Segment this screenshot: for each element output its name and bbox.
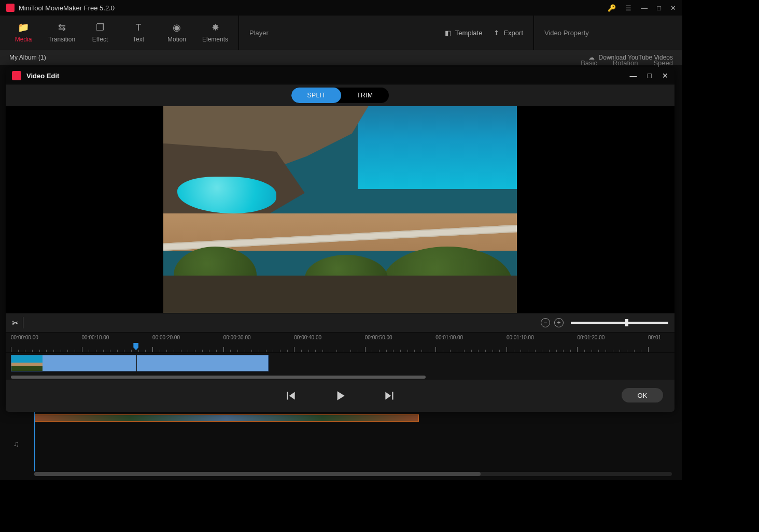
playhead[interactable] <box>133 343 138 350</box>
split-mode-button[interactable]: SPLIT <box>291 88 341 103</box>
clip-split-line <box>136 355 137 371</box>
template-button[interactable]: ◧ Template <box>445 29 483 37</box>
scissors-icon[interactable]: ✂ <box>12 318 19 328</box>
window-controls: 🔑 ☰ — □ ✕ <box>608 4 676 12</box>
mode-toggle: SPLIT TRIM <box>291 88 388 103</box>
main-window: MiniTool MovieMaker Free 5.2.0 🔑 ☰ — □ ✕… <box>0 0 682 480</box>
app-logo-icon <box>6 4 15 12</box>
ruler-label: 00:01:10.00 <box>507 335 534 340</box>
tab-effect[interactable]: ❐ Effect <box>81 16 119 50</box>
zoom-out-button[interactable]: − <box>541 318 550 327</box>
step-back-button[interactable] <box>284 389 297 402</box>
preview-frame <box>163 106 517 313</box>
tab-elements[interactable]: ✸ Elements <box>196 16 234 50</box>
dialog-maximize-button[interactable]: □ <box>648 71 652 80</box>
timeline-scrollbar[interactable] <box>6 375 674 380</box>
main-timeline-playhead[interactable] <box>34 412 35 471</box>
tab-motion[interactable]: ◉ Motion <box>158 16 196 50</box>
timeline-track[interactable] <box>6 353 674 375</box>
dialog-logo-icon <box>12 71 21 80</box>
export-icon: ↥ <box>494 29 499 37</box>
template-label: Template <box>455 29 483 37</box>
ruler-label: 00:00:20.00 <box>152 335 180 340</box>
main-timeline-clip[interactable] <box>34 414 419 422</box>
ok-button[interactable]: OK <box>622 388 663 402</box>
mode-row: SPLIT TRIM <box>6 84 674 106</box>
ruler-label: 00:00:30.00 <box>223 335 251 340</box>
album-bar: My Album (1) ☁ Download YouTube Videos <box>0 50 682 65</box>
tab-text[interactable]: T Text <box>119 16 158 50</box>
music-track-icon: ♫ <box>13 439 19 448</box>
ruler-label: 00:01 <box>648 335 661 340</box>
key-icon[interactable]: 🔑 <box>608 4 616 12</box>
ruler-label: 00:00:00.00 <box>11 335 38 340</box>
step-forward-button[interactable] <box>383 389 397 402</box>
dialog-title-bar: Video Edit — □ ✕ <box>6 67 674 84</box>
property-label: Video Property <box>544 29 589 37</box>
template-icon: ◧ <box>445 29 451 37</box>
player-panel: Player ◧ Template ↥ Export <box>238 16 534 50</box>
folder-icon: 📁 <box>18 22 29 33</box>
main-title-bar: MiniTool MovieMaker Free 5.2.0 🔑 ☰ — □ ✕ <box>0 0 682 16</box>
property-tabs: Basic Rotation Speed <box>581 59 673 67</box>
timeline-ruler[interactable]: 00:00:00.0000:00:10.0000:00:20.0000:00:3… <box>6 333 674 353</box>
dialog-window-controls: — □ ✕ <box>630 71 668 80</box>
tab-transition[interactable]: ⇆ Transition <box>43 16 81 50</box>
prop-tab-speed[interactable]: Speed <box>653 59 673 67</box>
video-preview <box>6 106 674 313</box>
ruler-label: 00:01:20.00 <box>577 335 605 340</box>
player-label: Player <box>249 29 433 37</box>
app-title: MiniTool MovieMaker Free 5.2.0 <box>19 4 608 12</box>
close-button[interactable]: ✕ <box>670 4 676 12</box>
property-panel-header: Video Property <box>534 16 682 50</box>
sparkle-icon: ✸ <box>212 22 219 33</box>
dialog-close-button[interactable]: ✕ <box>662 71 668 80</box>
edit-toolbar: ✂ − + <box>6 313 674 333</box>
ruler-label: 00:01:00.00 <box>435 335 463 340</box>
timeline-scrollbar-thumb[interactable] <box>11 376 426 379</box>
trim-mode-button[interactable]: TRIM <box>341 88 388 103</box>
layers-icon: ❐ <box>96 22 104 33</box>
zoom-slider-thumb[interactable] <box>625 319 628 326</box>
tab-media-label: Media <box>15 36 32 43</box>
split-marker-icon <box>23 317 23 328</box>
ruler-label: 00:00:10.00 <box>82 335 109 340</box>
main-toolbar: 📁 Media ⇆ Transition ❐ Effect T Text ◉ M… <box>0 16 682 50</box>
video-edit-dialog: Video Edit — □ ✕ SPLIT TRIM <box>6 67 674 412</box>
dialog-minimize-button[interactable]: — <box>630 71 637 80</box>
export-label: Export <box>503 29 523 37</box>
play-button[interactable] <box>333 389 347 402</box>
prop-tab-basic[interactable]: Basic <box>581 59 597 67</box>
tab-transition-label: Transition <box>48 36 75 43</box>
tab-text-label: Text <box>133 36 144 43</box>
album-label: My Album (1) <box>9 54 46 61</box>
zoom-in-button[interactable]: + <box>554 318 564 327</box>
export-button[interactable]: ↥ Export <box>494 29 523 37</box>
dialog-title: Video Edit <box>26 72 630 80</box>
tab-media[interactable]: 📁 Media <box>4 16 43 50</box>
menu-icon[interactable]: ☰ <box>625 4 631 12</box>
tool-tabs: 📁 Media ⇆ Transition ❐ Effect T Text ◉ M… <box>0 16 238 50</box>
tab-elements-label: Elements <box>202 36 228 43</box>
main-timeline-scrollbar[interactable] <box>34 472 672 476</box>
zoom-slider[interactable] <box>571 322 668 324</box>
motion-icon: ◉ <box>173 22 181 33</box>
tab-motion-label: Motion <box>167 36 186 43</box>
playback-controls: OK <box>6 380 674 412</box>
clip-thumbnail <box>11 355 43 371</box>
swap-icon: ⇆ <box>58 22 66 33</box>
ruler-label: 00:00:50.00 <box>365 335 392 340</box>
prop-tab-rotation[interactable]: Rotation <box>613 59 638 67</box>
ruler-label: 00:00:40.00 <box>294 335 321 340</box>
tab-effect-label: Effect <box>92 36 108 43</box>
video-clip[interactable] <box>11 355 269 371</box>
text-icon: T <box>136 22 142 33</box>
maximize-button[interactable]: □ <box>657 4 661 12</box>
minimize-button[interactable]: — <box>641 4 648 12</box>
